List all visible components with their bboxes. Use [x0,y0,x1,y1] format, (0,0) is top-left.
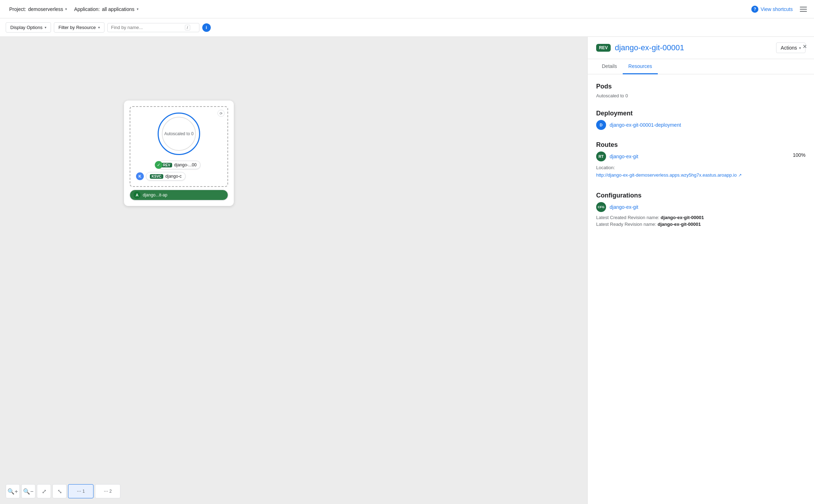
deployment-link-label: django-ex-git-00001-deployment [610,122,681,128]
nav-left: Project: demoserverless ▾ Application: a… [6,4,751,14]
question-icon: ? [751,6,758,13]
panel-header: REV django-ex-git-00001 Actions ▾ [588,37,814,59]
deployment-link[interactable]: django-ex-git-00001-deployment [610,122,681,128]
latest-created-revision: Latest Created Revision name: django-ex-… [596,215,805,220]
ksvc-badge: KSVC [150,174,163,179]
graph-card: Autoscaled to 0 ⟳ ✓ REV django-...00 K K… [124,101,234,206]
zoom-out-button[interactable]: 🔍− [21,484,35,498]
dashed-box: Autoscaled to 0 ⟳ ✓ REV django-...00 K K… [130,106,228,187]
configurations-section: Configurations CFG django-ex-git Latest … [596,192,805,227]
info-icon[interactable]: i [202,23,211,32]
application-name: all applications [102,6,135,12]
pods-subtitle: Autoscaled to 0 [596,93,805,98]
panel-tabs: Details Resources [588,59,814,74]
app-node-chip[interactable]: A django...it-ap [130,190,228,200]
deployment-badge: D [596,120,606,130]
route-badge: RT [596,151,606,161]
display-options-chevron-icon: ▾ [45,25,46,29]
pods-section: Pods Autoscaled to 0 [596,83,805,98]
cfg-link[interactable]: django-ex-git [610,204,638,210]
cfg-link-label: django-ex-git [610,204,638,210]
project-chevron-icon: ▾ [65,7,67,11]
zoom-in-button[interactable]: 🔍+ [6,484,20,498]
project-name: demoserverless [28,6,63,12]
latest-created-label: Latest Created Revision name: [596,215,659,220]
autoscaled-label: Autoscaled to 0 [164,131,194,136]
app-badge-icon: A [134,191,141,199]
tab-details[interactable]: Details [596,59,623,74]
route-location-label: Location: [596,165,615,170]
rev-badge: REV [161,163,172,167]
rev-node-chip[interactable]: ✓ REV django-...00 [157,161,200,169]
tab-details-label: Details [602,63,617,69]
node-filter-1-label: 1 [83,489,85,494]
node-filter-1-icon: ⋯ [77,489,81,494]
search-box: / [107,23,199,32]
panel-title: django-ex-git-00001 [615,43,684,52]
zoom-out-icon: 🔍− [23,488,33,495]
node-filter-2-label: 2 [109,489,112,494]
app-node-row: A django...it-ap [130,190,228,200]
close-button[interactable]: × [801,41,808,52]
ksvc-node-chip[interactable]: KSVC django-c [146,172,186,181]
route-link-label: django-ex-git [610,154,638,159]
panel-title-row: REV django-ex-git-00001 [596,43,684,52]
expand-button[interactable]: ⤡ [52,484,67,498]
route-percent: 100% [793,152,805,158]
zoom-in-icon: 🔍+ [7,488,18,495]
application-dropdown[interactable]: Application: all applications ▾ [70,4,142,14]
latest-ready-revision: Latest Ready Revision name: django-ex-gi… [596,222,805,227]
cfg-badge: CFG [596,202,606,212]
filter-by-resource-button[interactable]: Filter by Resource ▾ [54,22,104,33]
circle-container: Autoscaled to 0 [158,113,200,155]
search-input[interactable] [111,25,182,30]
route-url-link[interactable]: http://django-ex-git-demoserverless.apps… [596,172,742,178]
route-link[interactable]: django-ex-git [610,154,638,159]
ksvc-node-row: K KSVC django-c [136,172,222,181]
route-url-text: http://django-ex-git-demoserverless.apps… [596,172,737,178]
k-badge-icon: K [136,172,144,180]
project-dropdown[interactable]: Project: demoserverless ▾ [6,4,70,14]
application-label: Application: [74,6,100,12]
panel-content: Pods Autoscaled to 0 Deployment D django… [588,74,814,504]
toolbar: Display Options ▾ Filter by Resource ▾ /… [0,18,814,37]
deployment-section: Deployment D django-ex-git-00001-deploym… [596,110,805,130]
route-resource-item: RT django-ex-git Location: http://django… [596,151,742,178]
display-options-label: Display Options [10,25,43,30]
configuration-item: CFG django-ex-git [596,202,805,212]
hamburger-menu-icon[interactable] [798,5,808,13]
panel-rev-badge: REV [596,44,611,52]
view-shortcuts-link[interactable]: ? View shortcuts [751,6,793,13]
node-filter-1-button[interactable]: ⋯ 1 [68,484,94,498]
routes-title: Routes [596,141,805,149]
tab-resources-label: Resources [628,63,652,69]
expand-icon: ⤡ [57,488,62,495]
circle-inner: Autoscaled to 0 [162,117,196,151]
side-panel: × REV django-ex-git-00001 Actions ▾ Deta… [587,37,814,504]
view-shortcuts-label: View shortcuts [761,6,793,12]
latest-created-value: django-ex-git-00001 [661,215,704,220]
bottom-toolbar: 🔍+ 🔍− ⤢ ⤡ ⋯ 1 ⋯ 2 [6,484,120,498]
pods-title: Pods [596,83,805,90]
route-item: RT django-ex-git Location: http://django… [596,151,805,181]
collapse-button[interactable]: ⤢ [37,484,51,498]
filter-by-resource-label: Filter by Resource [58,25,96,30]
collapse-icon: ⤢ [42,488,46,495]
search-slash-icon: / [185,25,190,30]
application-chevron-icon: ▾ [137,7,139,11]
deployment-badge-letter: D [600,123,603,127]
route-name-row: RT django-ex-git [596,151,638,161]
node-filter-2-button[interactable]: ⋯ 2 [95,484,120,498]
tab-resources[interactable]: Resources [623,59,658,74]
display-options-button[interactable]: Display Options ▾ [6,22,51,33]
latest-ready-value: django-ex-git-00001 [657,222,701,227]
canvas-area[interactable]: Autoscaled to 0 ⟳ ✓ REV django-...00 K K… [0,37,587,504]
node-filter-2-icon: ⋯ [104,489,108,494]
deployment-item: D django-ex-git-00001-deployment [596,120,805,130]
deployment-title: Deployment [596,110,805,117]
check-badge-icon: ✓ [155,161,163,169]
nav-right: ? View shortcuts [751,5,808,13]
external-link-icon: ↗ [738,173,742,178]
configurations-title: Configurations [596,192,805,199]
top-nav: Project: demoserverless ▾ Application: a… [0,0,814,18]
